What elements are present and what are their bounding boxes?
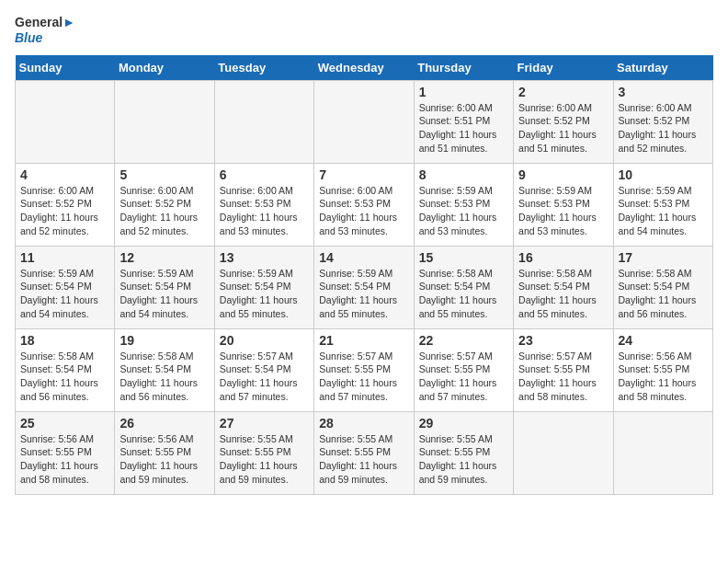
day-cell-26: 26Sunrise: 5:56 AM Sunset: 5:55 PM Dayli… (115, 411, 214, 494)
header-friday: Friday (514, 55, 613, 81)
day-number: 17 (619, 250, 708, 265)
week-row-3: 11Sunrise: 5:59 AM Sunset: 5:54 PM Dayli… (16, 246, 713, 328)
day-info: Sunrise: 5:58 AM Sunset: 5:54 PM Dayligh… (518, 267, 608, 321)
day-info: Sunrise: 5:56 AM Sunset: 5:55 PM Dayligh… (619, 350, 708, 404)
calendar-header-row: SundayMondayTuesdayWednesdayThursdayFrid… (16, 55, 713, 81)
day-info: Sunrise: 5:59 AM Sunset: 5:53 PM Dayligh… (619, 184, 708, 238)
header-saturday: Saturday (613, 55, 712, 81)
day-info: Sunrise: 5:58 AM Sunset: 5:54 PM Dayligh… (119, 350, 209, 404)
day-info: Sunrise: 6:00 AM Sunset: 5:52 PM Dayligh… (119, 184, 209, 238)
day-cell-6: 6Sunrise: 6:00 AM Sunset: 5:53 PM Daylig… (214, 163, 313, 246)
day-cell-11: 11Sunrise: 5:59 AM Sunset: 5:54 PM Dayli… (16, 246, 115, 328)
day-number: 25 (20, 416, 109, 431)
day-cell-15: 15Sunrise: 5:58 AM Sunset: 5:54 PM Dayli… (414, 246, 513, 328)
week-row-1: 1Sunrise: 6:00 AM Sunset: 5:51 PM Daylig… (16, 80, 713, 163)
header-thursday: Thursday (414, 55, 513, 81)
day-number: 26 (119, 416, 209, 431)
day-number: 28 (319, 416, 408, 431)
day-info: Sunrise: 5:57 AM Sunset: 5:55 PM Dayligh… (518, 350, 608, 404)
day-number: 10 (619, 167, 708, 182)
day-number: 19 (119, 333, 209, 348)
day-number: 5 (119, 167, 209, 182)
logo-text: General► Blue (15, 15, 75, 46)
header-sunday: Sunday (16, 55, 115, 81)
header-wednesday: Wednesday (314, 55, 414, 81)
day-number: 22 (419, 333, 508, 348)
day-info: Sunrise: 6:00 AM Sunset: 5:52 PM Dayligh… (20, 184, 109, 238)
day-cell-25: 25Sunrise: 5:56 AM Sunset: 5:55 PM Dayli… (16, 411, 115, 494)
day-info: Sunrise: 5:59 AM Sunset: 5:54 PM Dayligh… (20, 267, 109, 321)
day-cell-4: 4Sunrise: 6:00 AM Sunset: 5:52 PM Daylig… (16, 163, 115, 246)
day-info: Sunrise: 6:00 AM Sunset: 5:52 PM Dayligh… (518, 101, 608, 155)
empty-cell (214, 80, 313, 163)
day-cell-19: 19Sunrise: 5:58 AM Sunset: 5:54 PM Dayli… (115, 328, 214, 411)
day-info: Sunrise: 5:58 AM Sunset: 5:54 PM Dayligh… (419, 267, 508, 321)
day-cell-14: 14Sunrise: 5:59 AM Sunset: 5:54 PM Dayli… (314, 246, 414, 328)
day-info: Sunrise: 6:00 AM Sunset: 5:53 PM Dayligh… (319, 184, 408, 238)
day-info: Sunrise: 5:59 AM Sunset: 5:53 PM Dayligh… (419, 184, 508, 238)
day-number: 11 (20, 250, 109, 265)
day-info: Sunrise: 5:56 AM Sunset: 5:55 PM Dayligh… (20, 432, 109, 487)
day-cell-3: 3Sunrise: 6:00 AM Sunset: 5:52 PM Daylig… (613, 80, 712, 163)
week-row-2: 4Sunrise: 6:00 AM Sunset: 5:52 PM Daylig… (16, 163, 713, 246)
day-number: 21 (319, 333, 408, 348)
week-row-4: 18Sunrise: 5:58 AM Sunset: 5:54 PM Dayli… (16, 328, 713, 411)
day-number: 27 (220, 416, 309, 431)
day-number: 6 (220, 167, 309, 182)
day-number: 2 (518, 85, 608, 99)
day-info: Sunrise: 5:55 AM Sunset: 5:55 PM Dayligh… (419, 432, 508, 487)
day-cell-10: 10Sunrise: 5:59 AM Sunset: 5:53 PM Dayli… (613, 163, 712, 246)
day-number: 23 (518, 333, 608, 348)
day-info: Sunrise: 5:57 AM Sunset: 5:55 PM Dayligh… (419, 350, 508, 404)
day-cell-2: 2Sunrise: 6:00 AM Sunset: 5:52 PM Daylig… (514, 80, 613, 163)
day-cell-1: 1Sunrise: 6:00 AM Sunset: 5:51 PM Daylig… (414, 80, 513, 163)
day-cell-17: 17Sunrise: 5:58 AM Sunset: 5:54 PM Dayli… (613, 246, 712, 328)
day-info: Sunrise: 5:55 AM Sunset: 5:55 PM Dayligh… (319, 432, 408, 487)
day-cell-22: 22Sunrise: 5:57 AM Sunset: 5:55 PM Dayli… (414, 328, 513, 411)
empty-cell (514, 411, 613, 494)
day-info: Sunrise: 5:56 AM Sunset: 5:55 PM Dayligh… (119, 432, 209, 487)
day-info: Sunrise: 5:59 AM Sunset: 5:54 PM Dayligh… (319, 267, 408, 321)
day-info: Sunrise: 6:00 AM Sunset: 5:52 PM Dayligh… (619, 101, 708, 155)
day-cell-20: 20Sunrise: 5:57 AM Sunset: 5:54 PM Dayli… (214, 328, 313, 411)
day-cell-9: 9Sunrise: 5:59 AM Sunset: 5:53 PM Daylig… (514, 163, 613, 246)
calendar-table: SundayMondayTuesdayWednesdayThursdayFrid… (15, 55, 713, 495)
day-number: 15 (419, 250, 508, 265)
day-number: 24 (619, 333, 708, 348)
day-cell-24: 24Sunrise: 5:56 AM Sunset: 5:55 PM Dayli… (613, 328, 712, 411)
day-number: 3 (619, 85, 708, 99)
day-info: Sunrise: 5:57 AM Sunset: 5:55 PM Dayligh… (319, 350, 408, 404)
day-number: 18 (20, 333, 109, 348)
empty-cell (115, 80, 214, 163)
logo: General► Blue (15, 15, 75, 46)
day-number: 16 (518, 250, 608, 265)
header-monday: Monday (115, 55, 214, 81)
day-number: 9 (518, 167, 608, 182)
day-cell-7: 7Sunrise: 6:00 AM Sunset: 5:53 PM Daylig… (314, 163, 414, 246)
day-info: Sunrise: 6:00 AM Sunset: 5:53 PM Dayligh… (220, 184, 309, 238)
day-cell-21: 21Sunrise: 5:57 AM Sunset: 5:55 PM Dayli… (314, 328, 414, 411)
day-info: Sunrise: 5:59 AM Sunset: 5:53 PM Dayligh… (518, 184, 608, 238)
empty-cell (613, 411, 712, 494)
day-cell-29: 29Sunrise: 5:55 AM Sunset: 5:55 PM Dayli… (414, 411, 513, 494)
empty-cell (314, 80, 414, 163)
day-info: Sunrise: 5:58 AM Sunset: 5:54 PM Dayligh… (20, 350, 109, 404)
day-cell-16: 16Sunrise: 5:58 AM Sunset: 5:54 PM Dayli… (514, 246, 613, 328)
day-number: 14 (319, 250, 408, 265)
day-number: 7 (319, 167, 408, 182)
empty-cell (16, 80, 115, 163)
header-tuesday: Tuesday (214, 55, 313, 81)
day-cell-28: 28Sunrise: 5:55 AM Sunset: 5:55 PM Dayli… (314, 411, 414, 494)
day-info: Sunrise: 5:59 AM Sunset: 5:54 PM Dayligh… (220, 267, 309, 321)
day-info: Sunrise: 5:55 AM Sunset: 5:55 PM Dayligh… (220, 432, 309, 487)
day-number: 13 (220, 250, 309, 265)
page-header: General► Blue (15, 15, 713, 46)
day-cell-18: 18Sunrise: 5:58 AM Sunset: 5:54 PM Dayli… (16, 328, 115, 411)
day-number: 12 (119, 250, 209, 265)
day-number: 8 (419, 167, 508, 182)
day-cell-13: 13Sunrise: 5:59 AM Sunset: 5:54 PM Dayli… (214, 246, 313, 328)
day-info: Sunrise: 5:57 AM Sunset: 5:54 PM Dayligh… (220, 350, 309, 404)
day-cell-27: 27Sunrise: 5:55 AM Sunset: 5:55 PM Dayli… (214, 411, 313, 494)
day-cell-5: 5Sunrise: 6:00 AM Sunset: 5:52 PM Daylig… (115, 163, 214, 246)
day-cell-23: 23Sunrise: 5:57 AM Sunset: 5:55 PM Dayli… (514, 328, 613, 411)
